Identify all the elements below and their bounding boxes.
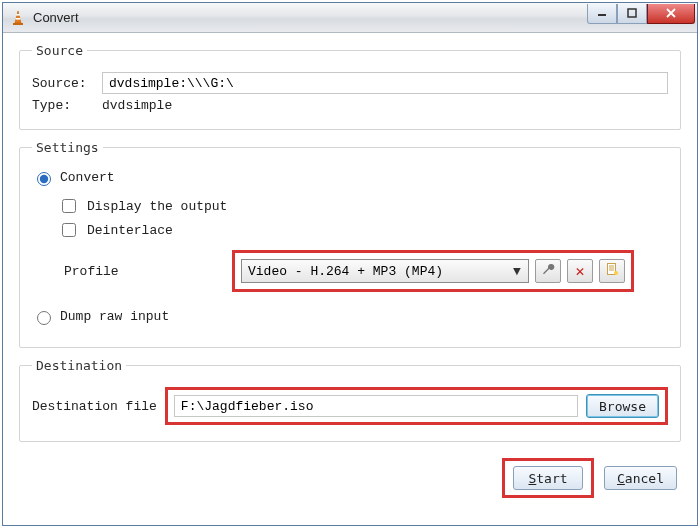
source-input[interactable] <box>102 72 668 94</box>
convert-radio-label: Convert <box>60 170 115 185</box>
deinterlace-label: Deinterlace <box>87 223 173 238</box>
start-highlight: Start <box>502 458 594 498</box>
cancel-button[interactable]: Cancel <box>604 466 677 490</box>
maximize-button[interactable] <box>617 4 647 24</box>
window-controls <box>587 4 695 26</box>
deinterlace-checkbox[interactable] <box>62 223 76 237</box>
svg-rect-5 <box>628 9 636 17</box>
profile-highlight: Video - H.264 + MP3 (MP4) ▼ ✕ <box>232 250 634 292</box>
vlc-cone-icon <box>9 9 27 27</box>
dialog-footer: Start Cancel <box>19 452 681 500</box>
convert-dialog: Convert Source Source: Type: dvdsimple <box>2 2 698 526</box>
destination-group: Destination Destination file Browse <box>19 358 681 442</box>
convert-radio[interactable] <box>37 172 51 186</box>
source-label: Source: <box>32 76 94 91</box>
svg-marker-0 <box>15 11 21 23</box>
destination-file-label: Destination file <box>32 399 157 414</box>
x-icon: ✕ <box>575 262 584 281</box>
wrench-icon <box>541 262 555 280</box>
svg-rect-3 <box>13 23 23 25</box>
destination-highlight: Browse <box>165 387 668 425</box>
display-output-checkbox[interactable] <box>62 199 76 213</box>
start-button[interactable]: Start <box>513 466 583 490</box>
settings-legend: Settings <box>32 140 103 155</box>
browse-button[interactable]: Browse <box>586 394 659 418</box>
destination-file-input[interactable] <box>174 395 578 417</box>
titlebar[interactable]: Convert <box>3 3 697 33</box>
svg-rect-2 <box>16 18 21 20</box>
close-button[interactable] <box>647 4 695 24</box>
client-area: Source Source: Type: dvdsimple Settings … <box>3 33 697 525</box>
edit-profile-button[interactable] <box>535 259 561 283</box>
source-group: Source Source: Type: dvdsimple <box>19 43 681 130</box>
profile-label: Profile <box>32 264 232 279</box>
type-value: dvdsimple <box>102 98 172 113</box>
destination-legend: Destination <box>32 358 126 373</box>
new-profile-button[interactable] <box>599 259 625 283</box>
settings-group: Settings Convert Display the output Dein… <box>19 140 681 348</box>
minimize-button[interactable] <box>587 4 617 24</box>
source-legend: Source <box>32 43 87 58</box>
type-label: Type: <box>32 98 94 113</box>
profile-selected: Video - H.264 + MP3 (MP4) <box>248 264 508 279</box>
delete-profile-button[interactable]: ✕ <box>567 259 593 283</box>
svg-point-12 <box>614 271 618 275</box>
dump-radio-label: Dump raw input <box>60 309 169 324</box>
new-file-icon <box>605 262 619 280</box>
dump-radio[interactable] <box>37 311 51 325</box>
chevron-down-icon: ▼ <box>508 264 526 279</box>
profile-dropdown[interactable]: Video - H.264 + MP3 (MP4) ▼ <box>241 259 529 283</box>
display-output-label: Display the output <box>87 199 227 214</box>
window-title: Convert <box>33 10 587 25</box>
svg-rect-1 <box>16 14 20 16</box>
